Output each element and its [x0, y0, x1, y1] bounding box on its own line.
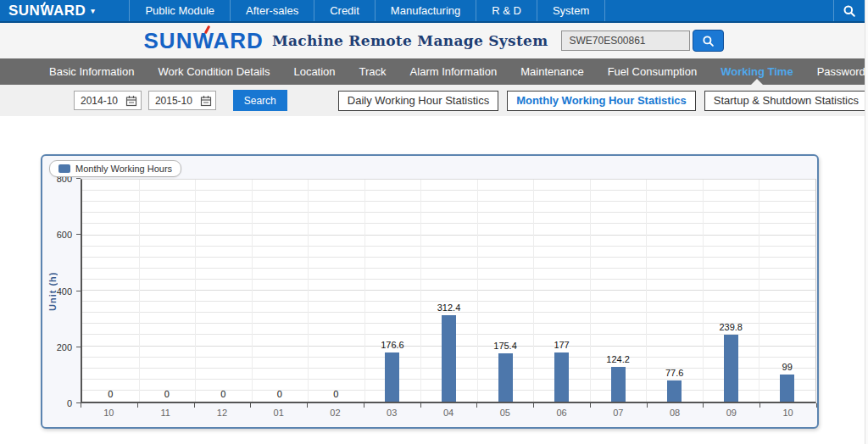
x-tick-label: 09	[726, 408, 737, 418]
x-tick-mark	[137, 403, 138, 408]
gridline-horizontal	[82, 179, 815, 180]
scrollbar-track[interactable]	[865, 0, 868, 444]
calendar-icon[interactable]	[125, 95, 137, 107]
calendar-icon[interactable]	[200, 95, 212, 107]
bar-month-06	[554, 352, 569, 402]
nav-tab-password[interactable]: Password	[805, 58, 868, 85]
nav-tab-basic-information[interactable]: Basic Information	[37, 58, 146, 85]
bar-value-label: 0	[277, 389, 282, 399]
topbar: SUNWARD ▾ Public ModuleAfter-salesCredit…	[0, 0, 868, 23]
bar-value-label: 177	[554, 340, 569, 350]
topbar-item-public-module[interactable]: Public Module	[129, 0, 230, 21]
gridline-horizontal	[82, 257, 815, 258]
y-axis: 0200400600800	[42, 179, 81, 403]
nav-tab-maintenance[interactable]: Maintenance	[509, 58, 595, 85]
gridline-vertical	[195, 180, 196, 402]
gridline-horizontal	[82, 235, 815, 236]
search-icon	[702, 35, 715, 47]
x-tick-label: 12	[217, 408, 227, 418]
bar-month-07	[611, 367, 626, 402]
gridline-horizontal	[82, 212, 815, 213]
nav-tab-work-condition-details[interactable]: Work Condition Details	[146, 58, 281, 85]
x-tick-mark	[250, 403, 251, 408]
topbar-search-button[interactable]	[833, 0, 864, 21]
machine-search-button[interactable]	[693, 30, 724, 52]
machine-number-input[interactable]	[561, 31, 690, 51]
topbar-item-credit[interactable]: Credit	[314, 0, 375, 21]
topbar-item-r-d[interactable]: R & D	[476, 0, 537, 21]
view-button-monthly-working-hour-statistics[interactable]: Monthly Working Hour Statistics	[507, 91, 696, 111]
x-tick-label: 05	[500, 408, 510, 418]
nav-tab-track[interactable]: Track	[348, 58, 398, 85]
x-tick-mark	[194, 403, 195, 408]
y-tick-label: 400	[57, 286, 72, 297]
x-tick-label: 02	[330, 408, 340, 418]
bar-month-03	[385, 352, 399, 402]
gridline-horizontal	[82, 268, 815, 269]
x-tick-mark	[760, 403, 760, 408]
bar-value-label: 175.4	[493, 341, 517, 351]
x-tick-mark	[420, 403, 421, 408]
nav-tab-fuel-consumption[interactable]: Fuel Consumption	[596, 58, 709, 85]
x-tick-mark	[364, 403, 364, 408]
gridline-vertical	[759, 180, 760, 402]
y-tick-label: 600	[57, 230, 72, 240]
date-from-field	[74, 91, 142, 110]
search-icon	[843, 4, 856, 18]
gridline-horizontal	[82, 279, 815, 280]
topbar-logo[interactable]: SUNWARD ▾	[0, 0, 103, 21]
x-tick-mark	[647, 403, 648, 408]
topbar-item-manufacturing[interactable]: Manufacturing	[375, 0, 476, 21]
bar-value-label: 0	[220, 389, 225, 399]
gridline-horizontal	[82, 201, 815, 202]
view-button-startup-shutdown-statistics[interactable]: Startup & Shutdown Statistics	[704, 91, 868, 111]
chart-panel: Monthly Working Hours Unit (h) 020040060…	[41, 154, 819, 429]
topbar-item-system[interactable]: System	[537, 0, 605, 21]
date-from-input[interactable]	[75, 94, 124, 108]
brand-logo: SUNWARD	[144, 30, 264, 52]
gridline-vertical	[590, 180, 591, 402]
view-button-daily-working-hour-statistics[interactable]: Daily Working Hour Statistics	[338, 91, 498, 111]
plot-area: 00000176.6312.4175.4177124.277.6239.899	[81, 179, 816, 403]
nav-tab-alarm-information[interactable]: Alarm Information	[398, 58, 509, 85]
x-tick-label: 10	[782, 408, 793, 418]
x-axis: 10111201020304050607080910	[81, 403, 816, 422]
bar-month-09	[724, 335, 738, 402]
gridline-horizontal	[82, 246, 815, 247]
header: SUNWARD Machine Remote Manage System	[0, 23, 868, 58]
x-tick-mark	[307, 403, 308, 408]
nav-tab-location[interactable]: Location	[281, 58, 347, 85]
x-tick-mark	[476, 403, 477, 408]
bar-month-08	[667, 380, 682, 402]
main-nav: Basic InformationWork Condition DetailsL…	[0, 58, 868, 85]
date-to-input[interactable]	[149, 94, 198, 108]
bar-value-label: 99	[782, 362, 793, 372]
topbar-menu: Public ModuleAfter-salesCreditManufactur…	[129, 0, 605, 21]
x-tick-mark	[590, 403, 591, 408]
x-tick-mark	[703, 403, 704, 408]
gridline-vertical	[477, 180, 478, 402]
topbar-item-after-sales[interactable]: After-sales	[230, 0, 314, 21]
chart-legend[interactable]: Monthly Working Hours	[49, 160, 181, 177]
bar-value-label: 239.8	[719, 322, 743, 332]
nav-tab-working-time[interactable]: Working Time	[709, 58, 804, 85]
gridline-vertical	[252, 180, 253, 402]
x-tick-mark	[81, 403, 81, 408]
search-button[interactable]: Search	[233, 90, 287, 111]
y-tick-label: 0	[67, 398, 72, 408]
x-tick-label: 03	[387, 408, 397, 418]
x-tick-label: 01	[274, 408, 284, 418]
bar-value-label: 176.6	[381, 340, 404, 350]
x-tick-label: 10	[103, 408, 114, 418]
bar-value-label: 77.6	[665, 368, 683, 378]
x-tick-mark	[533, 403, 534, 408]
date-to-field	[148, 91, 216, 110]
bar-month-04	[442, 315, 456, 402]
x-tick-label: 08	[670, 408, 680, 418]
legend-swatch	[58, 164, 70, 173]
system-title: Machine Remote Manage System	[272, 32, 548, 49]
x-tick-label: 06	[556, 408, 566, 418]
x-tick-mark	[816, 403, 817, 408]
x-tick-label: 07	[613, 408, 623, 418]
bar-month-10	[780, 375, 794, 402]
